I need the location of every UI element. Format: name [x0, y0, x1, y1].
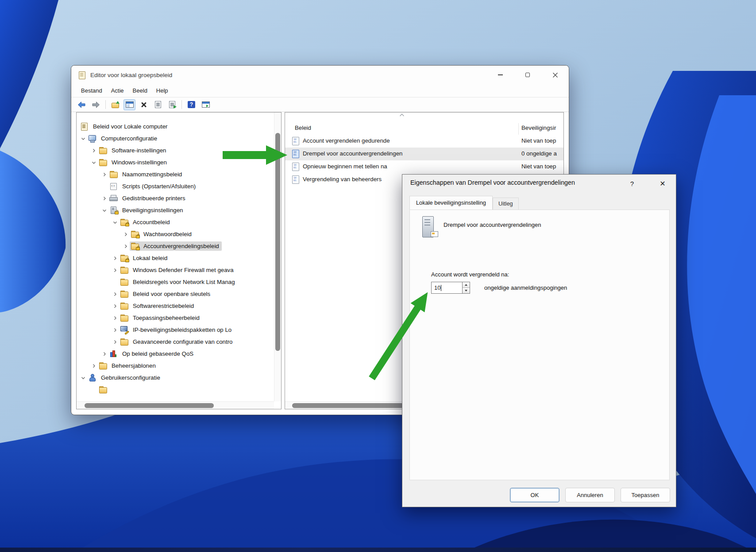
maximize-button[interactable]	[514, 66, 541, 84]
tree-item-lokaal-beleid[interactable]: Lokaal beleid	[111, 252, 170, 264]
toolbar-help-button[interactable]: ?	[185, 99, 197, 110]
dialog-help-button[interactable]: ?	[625, 177, 639, 190]
tree-expander[interactable]	[100, 350, 108, 358]
tree-expander[interactable]	[90, 147, 98, 154]
scripts-icon	[109, 183, 118, 190]
tree-item-gedistribueerde-printers[interactable]: Gedistribueerde printers	[100, 192, 188, 204]
tree-expander[interactable]	[111, 219, 119, 226]
tree-item-software-instellingen[interactable]: Software-instellingen	[90, 144, 169, 156]
tree-item-label: Op beleid gebaseerde QoS	[120, 350, 193, 357]
tree-vscroll-thumb[interactable]	[275, 133, 280, 351]
chevron-right-icon	[123, 232, 128, 237]
tree-expander[interactable]	[100, 171, 108, 178]
list-row-drempel-voor-accountvergrendelingen[interactable]: Drempel voor accountvergrendelingen0 ong…	[285, 148, 563, 160]
annotation-arrow-right	[223, 145, 288, 165]
toolbar-back-button[interactable]	[76, 99, 88, 110]
desktop: Editor voor lokaal groepsbeleid BestandA…	[0, 0, 756, 552]
spinner-down-button[interactable]	[463, 288, 470, 293]
spinner-up-button[interactable]	[463, 282, 470, 288]
tree-expander[interactable]	[111, 327, 119, 334]
toolbar-export-list-button[interactable]	[166, 99, 178, 110]
menu-actie[interactable]: Actie	[107, 86, 128, 96]
tree-expander[interactable]	[111, 291, 119, 298]
tree-item-scripts-opstarten-afsluiten[interactable]: Scripts (Opstarten/Afsluiten)	[100, 180, 198, 192]
menu-bestand[interactable]: Bestand	[77, 86, 106, 96]
tree-item-geavanceerde-configuratie-van-contro[interactable]: Geavanceerde configuratie van contro	[111, 336, 235, 348]
tab-lokale-beveiligingsinstelling[interactable]: Lokale beveiligingsinstelling	[409, 196, 493, 210]
tree-item-label: Beleid voor openbare sleutels	[131, 291, 210, 297]
minimize-button[interactable]	[486, 66, 514, 84]
toolbar-properties-list-button[interactable]	[152, 99, 164, 110]
tree-item-toepassingsbeheerbeleid[interactable]: Toepassingsbeheerbeleid	[111, 312, 202, 324]
menu-help[interactable]: Help	[152, 86, 172, 96]
folder-icon	[120, 338, 128, 346]
tree-item-label: Computerconfiguratie	[99, 135, 157, 142]
tree-expander[interactable]	[111, 267, 119, 274]
tree-item-wachtwoordbeleid[interactable]: Wachtwoordbeleid	[122, 228, 194, 240]
menu-beeld[interactable]: Beeld	[129, 86, 151, 96]
folder-lock-icon	[131, 242, 139, 250]
folder-icon	[120, 290, 128, 298]
tree-item-label: Accountbeleid	[131, 219, 170, 225]
tree-item-computerconfiguratie[interactable]: Computerconfiguratie	[79, 132, 160, 144]
tree-expander[interactable]	[111, 255, 119, 262]
policy-name-cell: Opnieuw beginnen met tellen na	[303, 163, 387, 170]
column-divider[interactable]	[518, 123, 519, 135]
tree-expander[interactable]	[111, 303, 119, 310]
toolbar-show-console-tree-button[interactable]	[123, 99, 135, 110]
ok-button[interactable]: OK	[510, 488, 559, 502]
toolbar-delete-button[interactable]	[138, 99, 150, 110]
annuleren-button[interactable]: Annuleren	[565, 488, 615, 502]
expander-placeholder	[90, 386, 98, 393]
tree-item-ip-beveiligingsbeleidspakketten-op-lo[interactable]: IP-beveiligingsbeleidspakketten op Lo	[111, 324, 234, 336]
tree-expander[interactable]	[111, 338, 119, 346]
tree-expander[interactable]	[90, 362, 98, 369]
toolbar-new-window-button[interactable]	[200, 99, 212, 110]
tree-item-beleidsregels-voor-network-list-manag[interactable]: Beleidsregels voor Network List Manag	[111, 276, 238, 288]
tree-item-windows-instellingen[interactable]: Windows-instellingen	[90, 156, 170, 168]
list-row-opnieuw-beginnen-met-tellen-na[interactable]: Opnieuw beginnen met tellen naNiet van t…	[285, 160, 563, 173]
tree-expander[interactable]	[79, 135, 87, 142]
tree-item-beheersjablonen[interactable]: Beheersjablonen	[90, 360, 158, 372]
tree-expander[interactable]	[111, 315, 119, 322]
tab-uitleg[interactable]: Uitleg	[493, 198, 519, 210]
tree-expander[interactable]	[90, 159, 98, 166]
tree-item-softwarerestrictiebeleid[interactable]: Softwarerestrictiebeleid	[111, 300, 197, 312]
tree-item-accountbeleid[interactable]: Accountbeleid	[111, 216, 173, 228]
tree-item-beveiligingsinstellingen[interactable]: Beveiligingsinstellingen	[100, 204, 186, 216]
column-header-beleid[interactable]: Beleid	[295, 124, 311, 131]
tree-horizontal-scrollbar[interactable]	[77, 401, 274, 409]
tree-expander[interactable]	[122, 231, 130, 238]
tree-expander[interactable]	[79, 374, 87, 381]
toolbar-forward-button[interactable]	[90, 99, 102, 110]
chevron-down-icon	[92, 160, 96, 165]
tree-item-naamomzettingsbeleid[interactable]: Naamomzettingsbeleid	[100, 168, 185, 180]
tree-item-beleid-voor-lokale-computer[interactable]: Beleid voor Lokale computer	[79, 121, 170, 132]
column-header-beveiligingsinstelling[interactable]: Beveiligingsir	[521, 124, 556, 131]
minimize-icon	[498, 74, 503, 75]
tree-item-gebruikersconfiguratie[interactable]: Gebruikersconfiguratie	[79, 372, 163, 384]
tree-hscroll-thumb[interactable]	[85, 403, 214, 408]
tree-expander[interactable]	[100, 195, 108, 202]
maximize-icon	[525, 73, 530, 77]
close-button[interactable]	[541, 66, 569, 84]
window-titlebar[interactable]: Editor voor lokaal groepsbeleid	[71, 66, 569, 84]
list-row-account-vergrendelen-gedurende[interactable]: Account vergrendelen gedurendeNiet van t…	[285, 135, 563, 148]
toepassen-button[interactable]: Toepassen	[621, 488, 670, 502]
folder-lock-icon	[131, 230, 139, 238]
close-icon	[552, 72, 558, 78]
tree-item-partial[interactable]	[90, 384, 110, 396]
chevron-down-icon	[81, 136, 85, 141]
tree-item-accountvergrendelingsbeleid[interactable]: Accountvergrendelingsbeleid	[122, 240, 222, 252]
toolbar-up-folder-button[interactable]	[109, 99, 121, 110]
dialog-title: Eigenschappen van Drempel voor accountve…	[410, 179, 575, 186]
dialog-close-button[interactable]: ✕	[656, 177, 670, 190]
chevron-right-icon	[113, 340, 117, 344]
tree-item-beleid-voor-openbare-sleutels[interactable]: Beleid voor openbare sleutels	[111, 288, 213, 300]
list-hscroll-thumb[interactable]	[292, 403, 404, 408]
tree-item-windows-defender-firewall-met-geava[interactable]: Windows Defender Firewall met geava	[111, 264, 236, 276]
tree-item-op-beleid-gebaseerde-qos[interactable]: Op beleid gebaseerde QoS	[100, 348, 196, 360]
tree-expander[interactable]	[122, 243, 130, 250]
window-title: Editor voor lokaal groepsbeleid	[90, 72, 172, 78]
tree-expander[interactable]	[100, 207, 108, 214]
